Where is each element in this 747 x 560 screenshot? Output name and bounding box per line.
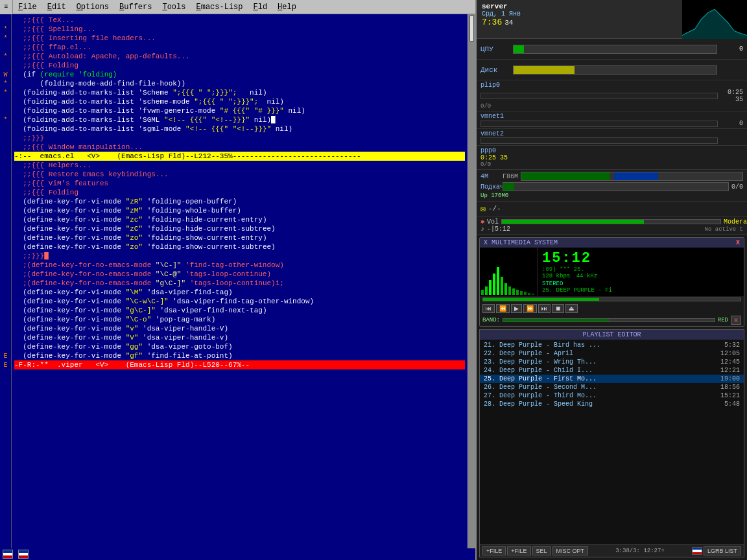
code-line: ;;{{{ Folding bbox=[14, 188, 465, 197]
pl-lgrb-btn[interactable]: LGRB LIST bbox=[704, 546, 741, 555]
li-6 bbox=[0, 61, 11, 70]
playlist-track-info: 26. Deep Purple - Second M... bbox=[484, 384, 715, 391]
svg-rect-11 bbox=[516, 290, 519, 295]
xmms-bitrate-val: 128 kbps bbox=[542, 273, 570, 279]
li-7: W bbox=[0, 70, 11, 79]
li-9: * bbox=[0, 88, 11, 97]
code-line: (define-key-for-vi-mode "zo" 'folding-sh… bbox=[14, 233, 465, 242]
playlist-editor: PLAYLIST EDITOR 21. Deep Purple - Bird h… bbox=[479, 329, 744, 557]
plip0-io: 0/0 bbox=[480, 103, 743, 110]
emacs-icon: ≡ bbox=[0, 0, 13, 14]
svg-rect-12 bbox=[520, 291, 523, 295]
plip0-value: 0:25 35 bbox=[720, 89, 743, 103]
code-line: ;;{{{ Spelling... bbox=[14, 25, 465, 34]
playlist-track-info: 23. Deep Purple - Wring Th... bbox=[484, 358, 715, 366]
li-11 bbox=[0, 106, 11, 115]
code-line: ;;{{{ TeX... bbox=[14, 16, 465, 25]
ppp0-label: ppp0 bbox=[480, 147, 743, 154]
xmms-rewind-btn[interactable]: ⏪ bbox=[496, 304, 510, 313]
code-line: (define-key-for-vi-mode "zM" 'folding-wh… bbox=[14, 206, 465, 215]
xmms-close-btn[interactable]: X bbox=[736, 239, 740, 246]
playlist-item[interactable]: 26. Deep Purple - Second M...18:56 bbox=[480, 383, 744, 391]
vmnet2-monitor: vmnet2 bbox=[477, 129, 747, 146]
li-5: * bbox=[0, 52, 11, 61]
li-38: E bbox=[0, 360, 11, 369]
playlist-item[interactable]: 28. Deep Purple - Speed King5:48 bbox=[480, 400, 744, 408]
li-mode bbox=[0, 152, 11, 161]
code-line: (define-key-for-vi-mode "gf" 'find-file-… bbox=[14, 351, 465, 360]
pl-sel-btn[interactable]: SEL bbox=[532, 546, 551, 555]
li-33 bbox=[0, 315, 11, 324]
svg-rect-8 bbox=[504, 283, 507, 295]
li-22 bbox=[0, 215, 11, 224]
plip0-label: plip0 bbox=[480, 82, 743, 89]
emacs-editor: ≡ File Edit Options Buffers Tools Emacs-… bbox=[0, 0, 477, 560]
code-line: ;;}}}█ bbox=[14, 251, 465, 261]
playlist-track-info: 21. Deep Purple - Bird has ... bbox=[484, 342, 715, 349]
li-13 bbox=[0, 124, 11, 134]
xmms-eq-close-btn[interactable]: X bbox=[731, 316, 741, 325]
menu-buffers[interactable]: Buffers bbox=[114, 0, 157, 14]
server-time: 7:36 bbox=[482, 18, 502, 27]
code-line: (define-key-for-vi-mode "V" 'dsa-viper-h… bbox=[14, 333, 465, 342]
scrollbar[interactable] bbox=[468, 14, 475, 548]
menu-help[interactable]: Help bbox=[272, 0, 302, 14]
xmms-ffwd-btn[interactable]: ⏩ bbox=[523, 304, 537, 313]
menu-tools[interactable]: Tools bbox=[157, 0, 191, 14]
li-39 bbox=[0, 369, 11, 379]
memory-sublabel: Подкачка bbox=[480, 183, 500, 191]
playlist-item[interactable]: 21. Deep Purple - Bird has ...5:32 bbox=[480, 341, 744, 349]
playlist-items: 21. Deep Purple - Bird has ...5:3222. De… bbox=[480, 340, 744, 544]
playlist-item[interactable]: 23. Deep Purple - Wring Th...12:45 bbox=[480, 358, 744, 366]
menu-fld[interactable]: Fld bbox=[248, 0, 273, 14]
pl-add-url-btn[interactable]: +FILE bbox=[507, 546, 530, 555]
li-12: * bbox=[0, 115, 11, 124]
memory-bar-cache bbox=[614, 172, 658, 180]
xmms-play-btn[interactable]: ▶ bbox=[511, 304, 522, 313]
playlist-titlebar: PLAYLIST EDITOR bbox=[480, 330, 744, 340]
svg-rect-7 bbox=[501, 277, 503, 295]
svg-rect-5 bbox=[493, 274, 495, 295]
code-line: ;;{{{ Inserting file headers... bbox=[14, 34, 465, 43]
pl-misc-btn[interactable]: MISC OPT bbox=[552, 546, 589, 555]
playlist-item[interactable]: 25. Deep Purple - First Mo...19:00 bbox=[480, 375, 744, 383]
xmms-eq-slider[interactable] bbox=[503, 318, 715, 322]
xmms-controls: ⏮ ⏪ ▶ ⏩ ⏭ ⏹ ⏏ bbox=[480, 303, 744, 314]
menu-bar: ≡ File Edit Options Buffers Tools Emacs-… bbox=[0, 0, 475, 14]
cpu-value: 0 bbox=[717, 45, 743, 52]
xmms-prev-btn[interactable]: ⏮ bbox=[482, 304, 495, 313]
menu-file[interactable]: File bbox=[13, 0, 42, 14]
ppp0-in: 0:25 35 bbox=[480, 154, 508, 161]
xmms-format-row: STEREO bbox=[542, 281, 740, 287]
code-line: (define-key-for-vi-mode "zc" 'folding-hi… bbox=[14, 215, 465, 224]
code-line: ;;{{{ Autoload: Apache, app-defaults... bbox=[14, 52, 465, 61]
xmms-next-btn[interactable]: ⏭ bbox=[538, 304, 551, 313]
volume-section: ✱ Vol Moderato ♪ -|5:12 No active t bbox=[477, 216, 747, 235]
xmms-progress[interactable] bbox=[482, 298, 741, 301]
line-indicators: * * * W * * * bbox=[0, 14, 12, 548]
li-1 bbox=[0, 16, 11, 25]
menu-edit[interactable]: Edit bbox=[42, 0, 71, 14]
code-area[interactable]: ;;{{{ TeX... ;;{{{ Spelling... ;;{{{ Ins… bbox=[12, 14, 468, 548]
li-18 bbox=[0, 179, 11, 188]
playlist-item[interactable]: 27. Deep Purple - Third Mo...15:21 bbox=[480, 391, 744, 400]
playlist-item[interactable]: 22. Deep Purple - April12:05 bbox=[480, 349, 744, 358]
menu-emacs-lisp[interactable]: Emacs-Lisp bbox=[191, 0, 248, 14]
pl-add-file-btn[interactable]: +FILE bbox=[482, 546, 506, 555]
vol-slider[interactable] bbox=[501, 219, 721, 224]
playlist-item[interactable]: 24. Deep Purple - Child I...12:21 bbox=[480, 366, 744, 375]
xmms-stop-btn[interactable]: ⏹ bbox=[552, 304, 564, 313]
server-date: Срд, 1 Янв bbox=[482, 10, 677, 18]
code-line: ;(define-key-for-no-emacs-mode "\C-]" 'f… bbox=[14, 261, 465, 270]
code-line: ;;{{{ ViM's features bbox=[14, 179, 465, 188]
code-line: (define-key-for-vi-mode "\M" 'dsa-viper-… bbox=[14, 288, 465, 297]
menu-options[interactable]: Options bbox=[71, 0, 114, 14]
xmms-track: 25. DEEP PURPLE - Fi bbox=[542, 287, 740, 294]
code-line: ;(define-key-for-no-emacs-mode "g\C-]" '… bbox=[14, 279, 465, 288]
xmms-eject-btn[interactable]: ⏏ bbox=[565, 304, 578, 313]
xmms-eq-band-label: BAND: bbox=[482, 317, 500, 323]
playlist-track-info: 28. Deep Purple - Speed King bbox=[484, 401, 715, 408]
vol-icon: ♪ bbox=[480, 226, 484, 233]
playlist-track-duration: 5:48 bbox=[715, 401, 740, 408]
scrollbar-thumb[interactable] bbox=[469, 16, 474, 41]
